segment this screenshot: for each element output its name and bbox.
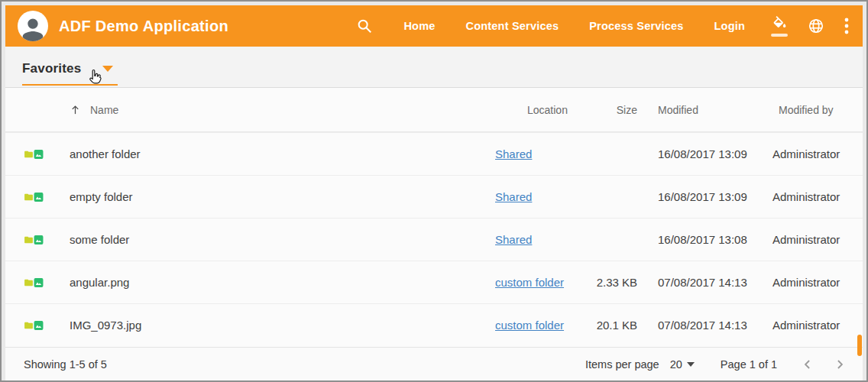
chevron-down-icon bbox=[102, 66, 113, 72]
top-navigation: Home Content Services Process Services L… bbox=[356, 18, 745, 34]
scrollbar-thumb[interactable] bbox=[857, 335, 862, 356]
file-name: angular.png bbox=[70, 276, 495, 289]
mouse-hand-cursor bbox=[86, 67, 105, 87]
modified-date: 16/08/2017 13:09 bbox=[658, 190, 748, 203]
file-type-icon bbox=[24, 144, 44, 164]
modified-by-column-header[interactable]: Modified by bbox=[772, 104, 857, 116]
file-type-icon bbox=[24, 187, 44, 207]
image-file-icon bbox=[34, 273, 44, 293]
chevron-down-icon bbox=[687, 362, 695, 367]
file-size: 2.33 KB bbox=[593, 276, 637, 289]
image-file-icon bbox=[34, 144, 44, 164]
modified-by: Administrator bbox=[772, 190, 857, 203]
file-name: another folder bbox=[70, 147, 495, 160]
modified-by: Administrator bbox=[772, 276, 857, 289]
previous-page-icon[interactable] bbox=[800, 357, 815, 372]
adf-app: ADF Demo Application Home Content Servic… bbox=[5, 5, 863, 380]
file-name: some folder bbox=[70, 233, 495, 246]
name-column-header[interactable]: Name bbox=[70, 104, 495, 116]
modified-by: Administrator bbox=[772, 233, 857, 246]
folder-icon bbox=[24, 187, 34, 207]
table-row[interactable]: angular.png custom folder 2.33 KB 07/08/… bbox=[5, 261, 863, 303]
folder-icon bbox=[24, 316, 34, 335]
page-nav bbox=[800, 357, 847, 372]
table-row[interactable]: another folder Shared 16/08/2017 13:09 A… bbox=[5, 132, 863, 175]
theme-picker-icon[interactable] bbox=[771, 16, 788, 37]
person-icon bbox=[20, 15, 46, 41]
table-header-row: Name Location Size Modified Modified by bbox=[5, 88, 863, 132]
location-link[interactable]: Shared bbox=[495, 190, 532, 203]
page-status: Page 1 of 1 bbox=[721, 358, 777, 371]
items-per-page-select[interactable]: 20 bbox=[670, 358, 695, 371]
file-size: 20.1 KB bbox=[593, 319, 637, 332]
nav-item-login[interactable]: Login bbox=[714, 20, 745, 32]
image-file-icon bbox=[34, 316, 44, 335]
nav-item-content-services[interactable]: Content Services bbox=[466, 20, 559, 32]
image-file-icon bbox=[34, 230, 44, 250]
modified-date: 16/08/2017 13:08 bbox=[658, 233, 748, 246]
header-action-icons bbox=[771, 16, 849, 37]
favorites-dropdown[interactable]: Favorites bbox=[22, 61, 118, 86]
modified-by: Administrator bbox=[772, 319, 857, 332]
file-name: IMG_0973.jpg bbox=[70, 319, 495, 332]
file-type-icon bbox=[24, 316, 44, 335]
folder-icon bbox=[24, 144, 34, 164]
table-row[interactable]: IMG_0973.jpg custom folder 20.1 KB 07/08… bbox=[5, 303, 863, 346]
search-icon[interactable] bbox=[356, 18, 373, 34]
paginator-controls: Items per page 20 Page 1 of 1 bbox=[585, 357, 847, 372]
modified-date: 07/08/2017 14:13 bbox=[658, 276, 748, 289]
table-body: another folder Shared 16/08/2017 13:09 A… bbox=[5, 132, 863, 346]
nav-item-process-services[interactable]: Process Services bbox=[589, 20, 683, 32]
browser-frame: ADF Demo Application Home Content Servic… bbox=[0, 0, 868, 382]
location-column-header[interactable]: Location bbox=[495, 104, 593, 116]
avatar[interactable] bbox=[18, 11, 48, 41]
file-type-icon bbox=[24, 230, 44, 250]
modified-column-header[interactable]: Modified bbox=[658, 104, 748, 116]
location-link[interactable]: Shared bbox=[495, 233, 532, 246]
more-options-kebab-icon[interactable] bbox=[844, 18, 849, 34]
folder-icon bbox=[24, 273, 34, 293]
next-page-icon[interactable] bbox=[832, 357, 847, 372]
nav-item-home[interactable]: Home bbox=[403, 20, 435, 32]
file-type-icon bbox=[24, 273, 44, 293]
modified-date: 16/08/2017 13:09 bbox=[658, 147, 748, 160]
document-list: Name Location Size Modified Modified by … bbox=[5, 88, 863, 347]
sort-ascending-arrow-icon bbox=[70, 104, 81, 115]
items-per-page-label: Items per page bbox=[585, 358, 659, 371]
range-label: Showing 1-5 of 5 bbox=[24, 358, 107, 371]
file-name: empty folder bbox=[70, 190, 495, 203]
image-file-icon bbox=[34, 187, 44, 207]
location-link[interactable]: custom folder bbox=[495, 319, 564, 332]
favorites-title: Favorites bbox=[22, 61, 81, 76]
app-title: ADF Demo Application bbox=[59, 18, 228, 35]
view-selector-bar: Favorites bbox=[5, 47, 863, 88]
modified-by: Administrator bbox=[772, 147, 857, 160]
language-globe-icon[interactable] bbox=[808, 18, 824, 34]
theme-color-indicator bbox=[771, 34, 788, 37]
table-row[interactable]: empty folder Shared 16/08/2017 13:09 Adm… bbox=[5, 175, 863, 218]
location-link[interactable]: Shared bbox=[495, 147, 532, 160]
location-link[interactable]: custom folder bbox=[495, 276, 564, 289]
paginator: Showing 1-5 of 5 Items per page 20 Page … bbox=[5, 347, 863, 380]
size-column-header[interactable]: Size bbox=[593, 104, 637, 116]
modified-date: 07/08/2017 14:13 bbox=[658, 319, 748, 332]
table-row[interactable]: some folder Shared 16/08/2017 13:08 Admi… bbox=[5, 218, 863, 261]
app-header: ADF Demo Application Home Content Servic… bbox=[5, 5, 863, 47]
folder-icon bbox=[24, 230, 34, 250]
